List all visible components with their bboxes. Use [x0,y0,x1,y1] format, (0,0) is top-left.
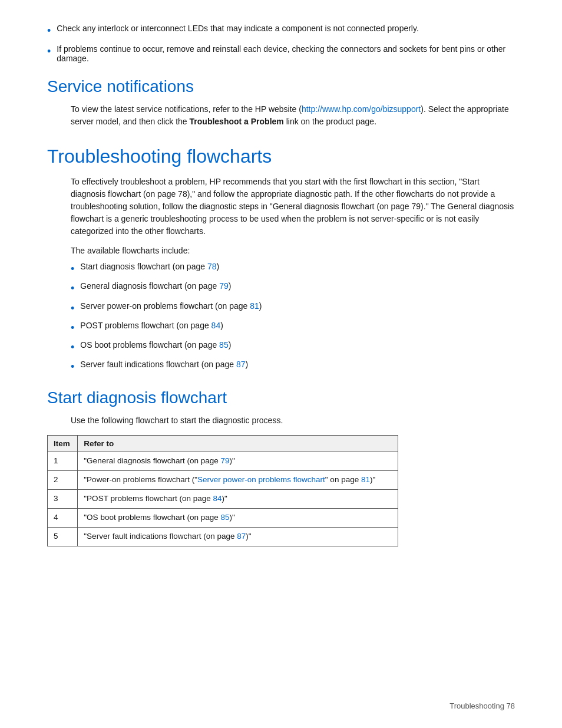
intro-bullet-1: Check any interlock or interconnect LEDs… [47,24,515,38]
table-cell-refer-3: "POST problems flowchart (on page 84)" [78,490,398,509]
table-row: 5 "Server fault indications flowchart (o… [48,527,398,546]
table-link-2[interactable]: Server power-on problems flowchart [197,475,325,484]
intro-bullet-2: If problems continue to occur, remove an… [47,44,515,63]
table-link-5[interactable]: 87 [237,532,246,541]
table-cell-item-1: 1 [48,452,78,471]
table-row: 4 "OS boot problems flowchart (on page 8… [48,508,398,527]
table-link-1[interactable]: 79 [221,456,230,465]
flowchart-6-link[interactable]: 87 [236,360,246,369]
table-cell-refer-4: "OS boot problems flowchart (on page 85)… [78,508,398,527]
intro-bullet-1-text: Check any interlock or interconnect LEDs… [57,24,419,33]
available-flowcharts-label: The available flowcharts include: [71,245,515,257]
table-cell-refer-2: "Power-on problems flowchart ("Server po… [78,471,398,490]
flowchart-1-link[interactable]: 78 [207,262,217,271]
service-notifications-text-1: To view the latest service notifications… [71,104,302,114]
hp-website-link[interactable]: http://www.hp.com/go/bizsupport [302,104,421,114]
table-link-3[interactable]: 84 [213,494,222,503]
flowchart-2-text: General diagnosis flowchart (on page 79) [80,281,231,291]
flowchart-item-6: Server fault indications flowchart (on p… [71,360,515,374]
flowchart-4-text: POST problems flowchart (on page 84) [80,321,223,330]
flowchart-5-link[interactable]: 85 [219,340,229,350]
troubleshooting-flowcharts-heading: Troubleshooting flowcharts [47,146,515,167]
table-header-refer-to: Refer to [78,436,398,452]
flowchart-item-3: Server power-on problems flowchart (on p… [71,301,515,316]
troubleshooting-flowcharts-description: To effectively troubleshoot a problem, H… [71,176,515,238]
service-notifications-body: To view the latest service notifications… [71,103,515,128]
table-link-2b[interactable]: 81 [361,475,370,484]
table-header-item: Item [48,436,78,452]
table-row: 1 "General diagnosis flowchart (on page … [48,452,398,471]
table-cell-refer-5: "Server fault indications flowchart (on … [78,527,398,546]
table-row: 2 "Power-on problems flowchart ("Server … [48,471,398,490]
page-footer: Troubleshooting 78 [449,701,515,710]
flowchart-item-2: General diagnosis flowchart (on page 79) [71,281,515,296]
intro-bullet-2-text: If problems continue to occur, remove an… [57,44,515,63]
flowchart-5-text: OS boot problems flowchart (on page 85) [80,340,231,350]
table-cell-item-4: 4 [48,508,78,527]
flowchart-item-4: POST problems flowchart (on page 84) [71,321,515,335]
table-link-4[interactable]: 85 [221,513,230,522]
table-row: 3 "POST problems flowchart (on page 84)" [48,490,398,509]
flowchart-item-1: Start diagnosis flowchart (on page 78) [71,262,515,276]
flowcharts-list: Start diagnosis flowchart (on page 78) G… [71,262,515,374]
start-diagnosis-description: Use the following flowchart to start the… [71,414,515,427]
start-diagnosis-table: Item Refer to 1 "General diagnosis flowc… [47,435,398,546]
service-notifications-heading: Service notifications [47,77,515,96]
flowchart-3-link[interactable]: 81 [250,301,259,311]
flowchart-6-text: Server fault indications flowchart (on p… [80,360,248,369]
troubleshoot-bold: Troubleshoot a Problem [190,117,284,126]
intro-bullet-list: Check any interlock or interconnect LEDs… [47,24,515,63]
table-header-row: Item Refer to [48,436,398,452]
table-cell-item-3: 3 [48,490,78,509]
table-cell-item-2: 2 [48,471,78,490]
table-cell-refer-1: "General diagnosis flowchart (on page 79… [78,452,398,471]
flowchart-2-link[interactable]: 79 [219,281,229,291]
service-notifications-text-3: link on the product page. [284,117,376,126]
flowchart-1-text: Start diagnosis flowchart (on page 78) [80,262,219,271]
start-diagnosis-heading: Start diagnosis flowchart [47,388,515,407]
page-footer-text: Troubleshooting 78 [449,701,515,710]
flowchart-4-link[interactable]: 84 [211,321,221,330]
flowchart-item-5: OS boot problems flowchart (on page 85) [71,340,515,355]
flowchart-3-text: Server power-on problems flowchart (on p… [80,301,262,311]
table-cell-item-5: 5 [48,527,78,546]
